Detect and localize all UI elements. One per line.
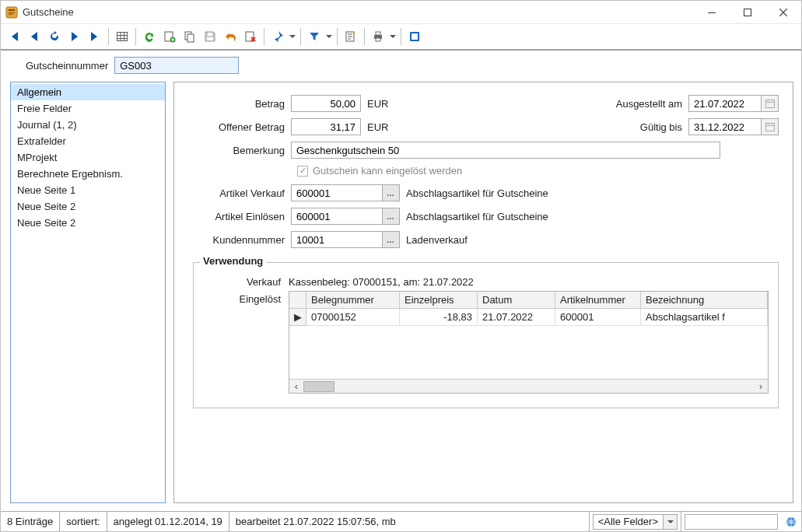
filter-dropdown[interactable]	[324, 26, 334, 47]
cell-artikel: 600001	[555, 309, 641, 326]
statusbar: 8 Einträge sortiert: angelegt 01.12.2014…	[1, 511, 801, 531]
bemerkung-input[interactable]	[291, 142, 720, 159]
svg-rect-17	[765, 100, 774, 108]
status-filter-combo[interactable]: <Alle Felder>	[590, 512, 681, 531]
window-title: Gutscheine	[23, 6, 74, 18]
kunden-label: Kundennummer	[193, 234, 291, 246]
minimize-button[interactable]	[694, 1, 730, 24]
grid-row[interactable]: ▶ 07000152 -18,83 21.07.2022 600001 Absc…	[289, 309, 768, 326]
usage-group: Verwendung Verkauf Kassenbeleg: 07000151…	[193, 262, 779, 408]
scroll-right-icon[interactable]: ›	[754, 380, 768, 394]
sidebar-item-berechnete[interactable]: Berechnete Ergebnism.	[11, 166, 165, 182]
usage-legend: Verwendung	[200, 255, 266, 267]
sidebar-item-extrafelder[interactable]: Extrafelder	[11, 133, 165, 149]
verkauf-text: Kassenbeleg: 07000151, am: 21.07.2022	[289, 274, 474, 288]
reload-button[interactable]	[139, 26, 159, 47]
betrag-currency: EUR	[367, 98, 395, 110]
cell-datum: 21.07.2022	[478, 309, 555, 326]
artikel-verkauf-lookup-button[interactable]: …	[383, 184, 400, 201]
undo-button[interactable]	[220, 26, 240, 47]
svg-rect-8	[207, 37, 213, 40]
svg-rect-9	[208, 33, 212, 36]
einloesen-checkbox[interactable]: ✓	[297, 166, 308, 177]
artikel-einloesen-label: Artikel Einlösen	[193, 211, 291, 222]
scroll-left-icon[interactable]: ‹	[289, 380, 303, 394]
eingeloest-grid[interactable]: Belegnummer Einzelpreis Datum Artikelnum…	[289, 291, 769, 394]
nav-first-button[interactable]	[4, 26, 24, 47]
new-record-button[interactable]	[159, 26, 180, 47]
ausgestellt-input[interactable]	[688, 95, 762, 112]
sidebar-item-neue-seite-2b[interactable]: Neue Seite 2	[11, 215, 165, 231]
grid-hscroll[interactable]: ‹ ›	[289, 379, 768, 393]
titlebar: Gutscheine	[1, 1, 801, 24]
app-icon	[5, 6, 18, 19]
sidebar-item-neue-seite-2a[interactable]: Neue Seite 2	[11, 198, 165, 215]
close-button[interactable]	[765, 1, 801, 24]
maximize-button[interactable]	[730, 1, 765, 24]
nav-last-button[interactable]	[85, 26, 105, 47]
artikel-verkauf-input[interactable]	[291, 184, 383, 201]
col-einzelpreis[interactable]: Einzelpreis	[400, 292, 478, 309]
delete-button[interactable]	[240, 26, 261, 47]
col-datum[interactable]: Datum	[478, 292, 555, 309]
artikel-einloesen-lookup-button[interactable]: …	[383, 208, 400, 225]
svg-rect-13	[376, 32, 380, 35]
filter-button[interactable]	[304, 26, 324, 47]
status-globe-icon[interactable]	[781, 512, 801, 531]
print-dropdown[interactable]	[388, 26, 397, 47]
pin-button[interactable]	[268, 26, 288, 47]
pin-dropdown[interactable]	[288, 26, 297, 47]
edit-layout-button[interactable]	[341, 26, 361, 47]
nav-next-button[interactable]	[65, 26, 85, 47]
col-artikelnummer[interactable]: Artikelnummer	[555, 292, 641, 309]
grid-header: Belegnummer Einzelpreis Datum Artikelnum…	[289, 292, 768, 309]
status-filter-value: <Alle Felder>	[594, 516, 663, 527]
offener-input[interactable]	[291, 118, 361, 135]
sidebar-item-neue-seite-1[interactable]: Neue Seite 1	[11, 182, 165, 198]
chevron-down-icon[interactable]	[663, 515, 677, 529]
sidebar-item-allgemein[interactable]: Allgemein	[11, 84, 165, 100]
col-belegnummer[interactable]: Belegnummer	[306, 292, 400, 309]
status-search-input[interactable]	[685, 514, 778, 530]
cell-beleg: 07000152	[306, 309, 400, 326]
gueltig-input[interactable]	[688, 118, 762, 135]
artikel-einloesen-desc: Abschlagsartikel für Gutscheine	[406, 211, 548, 222]
verkauf-label: Verkauf	[203, 274, 289, 288]
sidebar-item-freie-felder[interactable]: Freie Felder	[11, 100, 165, 117]
cell-bez: Abschlagsartikel f	[641, 309, 768, 326]
settings-button[interactable]	[405, 26, 425, 47]
ausgestellt-calendar-button[interactable]	[762, 95, 779, 112]
sidebar-item-mprojekt[interactable]: MProjekt	[11, 149, 165, 166]
col-bezeichnung[interactable]: Bezeichnung	[641, 292, 768, 309]
status-sort-label: sortiert:	[60, 512, 107, 531]
svg-rect-3	[117, 33, 128, 41]
sidebar-item-journal[interactable]: Journal (1, 2)	[11, 117, 165, 133]
nav-prev-button[interactable]	[24, 26, 44, 47]
copy-record-button[interactable]	[180, 26, 200, 47]
refresh-record-button[interactable]	[44, 26, 65, 47]
svg-rect-1	[708, 12, 716, 13]
row-marker-icon: ▶	[289, 309, 306, 326]
betrag-label: Betrag	[193, 98, 291, 110]
gueltig-label: Gültig bis	[603, 121, 688, 133]
svg-rect-18	[765, 124, 774, 131]
status-modified: bearbeitet 21.07.2022 15:07:56, mb	[229, 512, 590, 531]
gueltig-calendar-button[interactable]	[762, 118, 779, 135]
artikel-einloesen-input[interactable]	[291, 208, 383, 225]
cell-preis: -18,83	[400, 309, 478, 326]
status-search	[681, 512, 781, 531]
betrag-input[interactable]	[291, 95, 361, 112]
eingeloest-label: Eingelöst	[203, 291, 289, 305]
kunden-lookup-button[interactable]: …	[383, 231, 400, 248]
kunden-input[interactable]	[291, 231, 383, 248]
header-row: Gutscheinnummer	[1, 51, 801, 82]
save-button[interactable]	[200, 26, 220, 47]
toolbar	[1, 24, 801, 51]
gutscheinnummer-input[interactable]	[114, 57, 239, 74]
scroll-thumb[interactable]	[303, 381, 334, 392]
main-panel: Betrag EUR Ausgestellt am Offener Betrag…	[173, 82, 793, 503]
table-view-button[interactable]	[112, 26, 132, 47]
einloesen-checkbox-label: Gutschein kann eingelöst werden	[313, 165, 462, 177]
print-button[interactable]	[368, 26, 388, 47]
offener-label: Offener Betrag	[193, 121, 291, 133]
